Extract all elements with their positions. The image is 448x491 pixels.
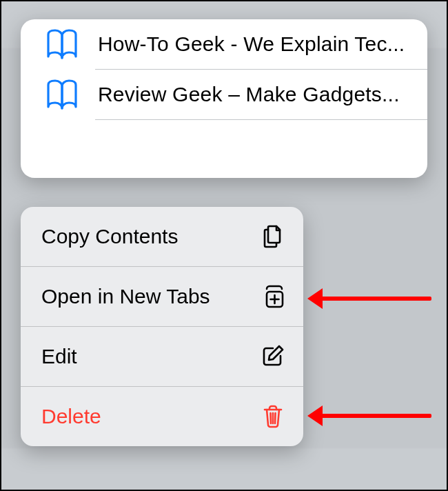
square-and-pencil-icon	[261, 344, 285, 369]
svg-line-3	[271, 413, 272, 423]
bookmark-item[interactable]: Review Geek – Make Gadgets...	[21, 70, 427, 119]
doc-duplicate-icon	[261, 224, 285, 249]
context-menu: Copy Contents Open in New Tabs Edit	[21, 207, 303, 446]
svg-line-5	[275, 413, 276, 423]
menu-item-label: Open in New Tabs	[41, 285, 210, 308]
divider	[95, 119, 427, 120]
bookmark-label: How-To Geek - We Explain Tec...	[98, 32, 415, 56]
menu-item-edit[interactable]: Edit	[21, 327, 303, 387]
bookmark-label: Review Geek – Make Gadgets...	[98, 83, 415, 106]
menu-item-open-new-tabs[interactable]: Open in New Tabs	[21, 267, 303, 327]
menu-item-label: Delete	[41, 405, 101, 428]
menu-item-label: Copy Contents	[41, 225, 178, 248]
context-menu-screen: How-To Geek - We Explain Tec... Review G…	[0, 0, 448, 491]
book-icon	[45, 78, 79, 111]
plus-rectangle-on-rectangle-icon	[261, 284, 285, 309]
folder-preview-card: How-To Geek - We Explain Tec... Review G…	[21, 19, 427, 178]
background-blur	[0, 448, 448, 491]
annotation-arrow	[307, 410, 431, 419]
menu-item-copy-contents[interactable]: Copy Contents	[21, 207, 303, 267]
menu-item-label: Edit	[41, 345, 77, 368]
bookmark-item[interactable]: How-To Geek - We Explain Tec...	[21, 19, 427, 69]
annotation-arrow	[307, 293, 431, 301]
menu-item-delete[interactable]: Delete	[21, 387, 303, 446]
book-icon	[45, 28, 79, 61]
trash-icon	[261, 404, 285, 429]
